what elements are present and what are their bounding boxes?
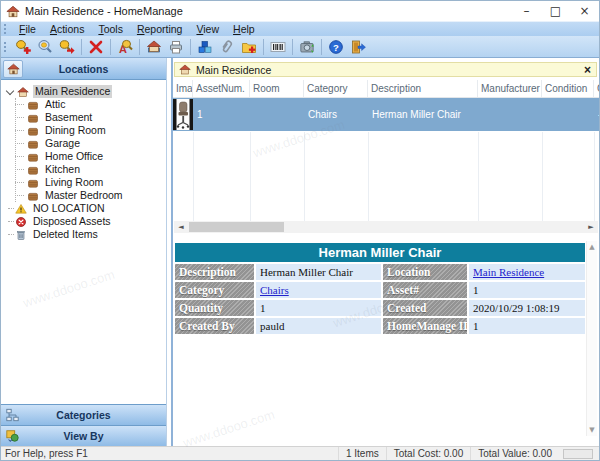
paperclip-icon [219,39,235,55]
column-header-cost[interactable]: Cost [594,80,599,97]
content-area: Locations Main Residence Attic [1,58,599,446]
tree-item-label[interactable]: Dining Room [43,124,108,137]
folder-plus-icon [241,39,257,55]
asset-thumbnail-chair [173,99,193,130]
minimize-button[interactable]: – [512,1,541,21]
add-location-button[interactable] [238,37,260,57]
column-header-condition[interactable]: Condition [542,80,594,97]
tree-item-kitchen[interactable]: Kitchen [1,163,166,176]
copy-button[interactable] [194,37,216,57]
tree-item-label[interactable]: Main Residence [33,85,112,98]
horizontal-scrollbar[interactable]: ◄ ► [174,221,598,233]
tree-item-master-bedroom[interactable]: Master Bedroom [1,189,166,202]
magnifier-icon [37,39,53,55]
tree-item-label[interactable]: Master Bedroom [43,189,125,202]
scroll-down-icon[interactable]: ▼ [587,426,597,434]
detail-label-asset-number: Asset# [383,282,467,298]
view-by-panel-bar[interactable]: View By [1,425,166,446]
tree-item-living-room[interactable]: Living Room [1,176,166,189]
status-total-cost: Total Cost: 0.00 [386,447,470,460]
scroll-right-icon[interactable]: ► [584,221,598,233]
scroll-left-icon[interactable]: ◄ [174,221,188,233]
chevron-down-icon[interactable] [6,86,14,94]
tree-item-label[interactable]: Disposed Assets [31,215,113,228]
menu-view[interactable]: View [189,22,226,37]
column-header-manufacturer[interactable]: Manufacturer [478,80,542,97]
menu-grip [4,24,9,34]
cell-cost: -- [594,109,599,120]
view-asset-button[interactable] [34,37,56,57]
status-total-value: Total Value: 0.00 [470,447,559,460]
tree-item-label[interactable]: Kitchen [43,163,82,176]
tree-item-home-office[interactable]: Home Office [1,150,166,163]
title-bar: Main Residence - HomeManage – □ × [1,1,599,21]
column-header-assetnum[interactable]: AssetNum. [193,80,250,97]
scrollbar-thumb[interactable] [189,222,284,232]
tree-item-label[interactable]: Living Room [43,176,105,189]
close-location-view-icon[interactable]: × [584,65,592,75]
basket-icon [27,164,39,176]
tree-item-basement[interactable]: Basement [1,111,166,124]
barcode-button[interactable] [267,37,289,57]
column-header-category[interactable]: Category [304,80,368,97]
detail-title: Herman Miller Chair [175,243,585,262]
locations-panel-header[interactable]: Locations [1,58,166,80]
tree-item-dining-room[interactable]: Dining Room [1,124,166,137]
asset-list: Image AssetNum. Room Category Descriptio… [173,80,599,221]
toolbar-separator [263,39,264,55]
close-button[interactable]: × [570,1,599,21]
capture-photo-button[interactable] [296,37,318,57]
toolbar-separator [139,39,140,55]
tree-item-label[interactable]: Attic [43,98,67,111]
categories-panel-bar[interactable]: Categories [1,404,166,425]
column-header-description[interactable]: Description [368,80,478,97]
tree-item-attic[interactable]: Attic [1,98,166,111]
add-asset-button[interactable] [12,37,34,57]
tree-item-no-location[interactable]: NO LOCATION [1,202,166,215]
main-pane: Main Residence × Image AssetNum. Room Ca… [171,58,599,446]
column-header-image[interactable]: Image [173,80,193,97]
tree-item-label[interactable]: NO LOCATION [31,202,107,215]
red-x-icon [88,39,104,55]
tree-item-deleted-items[interactable]: Deleted Items [1,228,166,241]
detail-label-quantity: Quantity [175,300,254,316]
column-header-room[interactable]: Room [250,80,304,97]
tree-item-disposed-assets[interactable]: Disposed Assets [1,215,166,228]
menu-help[interactable]: Help [226,22,262,37]
exit-button[interactable] [347,37,369,57]
move-asset-button[interactable] [56,37,78,57]
tree-item-main-residence[interactable]: Main Residence [1,85,166,98]
locations-sidebar: Locations Main Residence Attic [1,58,167,446]
scroll-up-icon[interactable]: ▲ [587,243,597,251]
help-button[interactable]: ? [325,37,347,57]
menu-file[interactable]: File [12,22,43,37]
trash-icon [15,229,27,241]
tree-item-label[interactable]: Garage [43,137,82,150]
current-location-bar: Main Residence × [174,62,597,77]
basket-icon [27,125,39,137]
detail-link-category[interactable]: Chairs [256,282,381,298]
asset-row-selected[interactable]: 1 Chairs Herman Miller Chair -- [173,98,599,131]
vertical-scrollbar[interactable]: ▲ ▼ [586,241,597,436]
menu-actions[interactable]: Actions [43,22,91,37]
home-inventory-button[interactable] [143,37,165,57]
tree-item-label[interactable]: Basement [43,111,94,124]
tree-item-garage[interactable]: Garage [1,137,166,150]
view-by-panel-title: View By [1,430,166,442]
detail-link-location[interactable]: Main Residence [469,264,585,280]
basket-icon [27,138,39,150]
magnifier-plus-icon [15,39,31,55]
toolbar-separator [81,39,82,55]
toolbar: A [1,36,599,58]
tree-item-label[interactable]: Home Office [43,150,105,163]
attachments-button[interactable] [216,37,238,57]
find-text-button[interactable]: A [114,37,136,57]
delete-button[interactable] [85,37,107,57]
maximize-button[interactable]: □ [541,1,570,21]
app-house-icon [6,5,20,18]
menu-reporting[interactable]: Reporting [130,22,190,37]
menu-tools[interactable]: Tools [91,22,130,37]
print-button[interactable] [165,37,187,57]
tree-item-label[interactable]: Deleted Items [31,228,100,241]
current-location-label: Main Residence [196,64,584,76]
